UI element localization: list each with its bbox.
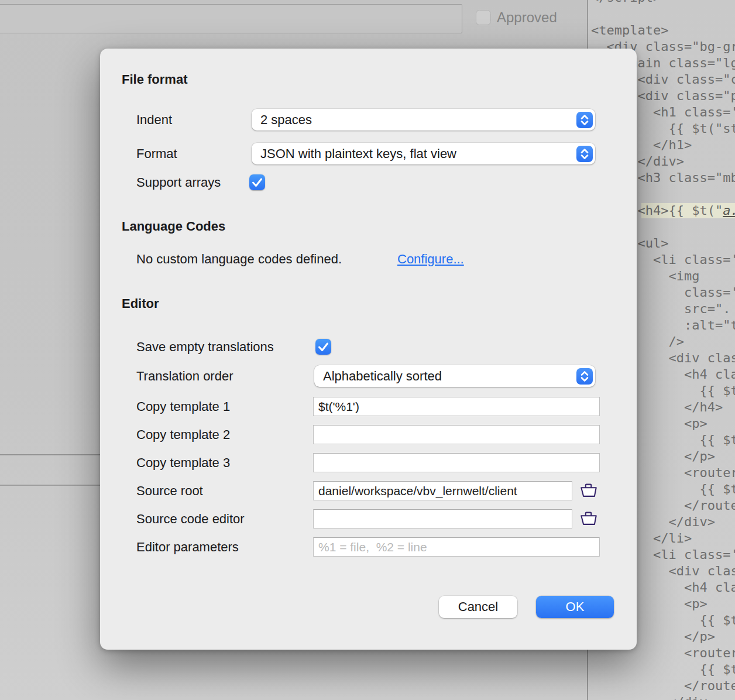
code-line: </div	[591, 694, 735, 700]
translation-order-label: Translation order	[136, 365, 233, 387]
configure-link[interactable]: Configure...	[397, 251, 464, 268]
language-codes-row: No custom language codes defined. Config…	[100, 251, 637, 268]
chevron-up-down-icon	[576, 368, 593, 385]
folder-icon	[579, 482, 598, 498]
copy-template-1-label: Copy template 1	[136, 397, 230, 416]
support-arrays-label: Support arrays	[136, 174, 221, 191]
source-code-editor-input[interactable]	[313, 509, 572, 529]
source-code-editor-browse-button[interactable]	[579, 510, 599, 527]
indent-select-value: 2 spaces	[260, 109, 312, 131]
copy-template-3-input[interactable]	[313, 453, 600, 472]
editor-parameters-input[interactable]	[313, 537, 600, 557]
code-line: </route	[591, 678, 735, 694]
copy-template-2-row: Copy template 2	[100, 425, 637, 444]
editor-heading: Editor	[122, 296, 159, 311]
code-line	[591, 6, 735, 22]
chevron-up-down-icon	[576, 146, 593, 162]
background-translation-field[interactable]	[0, 4, 462, 33]
cancel-button[interactable]: Cancel	[439, 596, 517, 618]
format-select-value: JSON with plaintext keys, flat view	[260, 143, 456, 164]
save-empty-row: Save empty translations	[100, 339, 637, 355]
code-line: </script>	[591, 0, 735, 6]
save-empty-checkbox[interactable]	[315, 339, 331, 355]
support-arrays-checkbox[interactable]	[249, 174, 265, 190]
language-codes-heading: Language Codes	[122, 219, 225, 234]
approved-checkbox[interactable]	[476, 10, 491, 25]
editor-parameters-label: Editor parameters	[136, 537, 239, 557]
translation-key-link: a.	[723, 203, 735, 218]
language-codes-status: No custom language codes defined.	[136, 251, 342, 268]
source-code-editor-label: Source code editor	[136, 509, 245, 529]
settings-dialog: File format Indent 2 spaces Format JSON …	[100, 49, 637, 650]
source-code-editor-row: Source code editor	[100, 509, 637, 529]
format-select[interactable]: JSON with plaintext keys, flat view	[252, 143, 595, 164]
copy-template-2-label: Copy template 2	[136, 425, 230, 444]
translation-order-select[interactable]: Alphabetically sorted	[314, 365, 595, 387]
copy-template-1-row: Copy template 1	[100, 397, 637, 416]
source-root-input[interactable]	[313, 481, 572, 500]
approved-label: Approved	[497, 10, 557, 25]
source-root-label: Source root	[136, 481, 203, 500]
save-empty-label: Save empty translations	[136, 339, 274, 355]
chevron-up-down-icon	[576, 112, 593, 128]
source-root-browse-button[interactable]	[579, 482, 599, 499]
indent-select[interactable]: 2 spaces	[252, 109, 595, 131]
translation-order-value: Alphabetically sorted	[323, 365, 442, 387]
folder-icon	[579, 510, 598, 526]
copy-template-3-label: Copy template 3	[136, 453, 230, 472]
support-arrays-row: Support arrays	[100, 174, 637, 191]
checkmark-icon	[249, 174, 265, 190]
editor-parameters-row: Editor parameters	[100, 537, 637, 557]
code-line: <template>	[591, 22, 735, 39]
copy-template-2-input[interactable]	[313, 425, 600, 444]
ok-button[interactable]: OK	[536, 596, 614, 618]
code-line: {{ $t	[591, 661, 735, 678]
source-root-row: Source root	[100, 481, 637, 500]
translation-order-row: Translation order Alphabetically sorted	[100, 365, 637, 387]
indent-label: Indent	[136, 109, 172, 131]
file-format-heading: File format	[122, 72, 187, 87]
copy-template-3-row: Copy template 3	[100, 453, 637, 472]
copy-template-1-input[interactable]	[313, 397, 600, 416]
format-row: Format JSON with plaintext keys, flat vi…	[100, 143, 637, 164]
indent-row: Indent 2 spaces	[100, 109, 637, 131]
format-label: Format	[136, 143, 177, 164]
checkmark-icon	[315, 339, 331, 355]
